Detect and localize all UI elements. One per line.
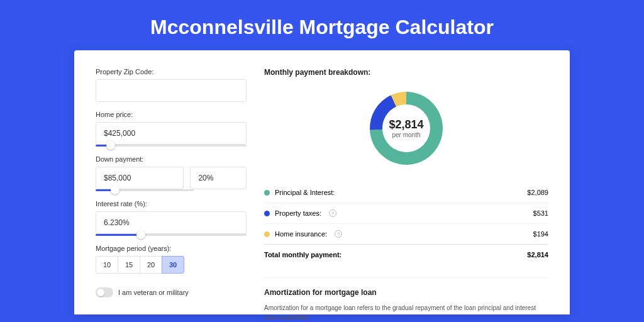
breakdown-label: Principal & Interest: <box>275 189 335 196</box>
home-price-label: Home price: <box>96 111 247 118</box>
home-price-slider[interactable] <box>96 145 247 147</box>
total-value: $2,814 <box>527 251 548 258</box>
total-label: Total monthly payment: <box>264 251 341 258</box>
slider-fill <box>96 234 141 236</box>
calculator-card: Property Zip Code: Home price: Down paym… <box>74 50 570 314</box>
total-row: Total monthly payment: $2,814 <box>264 244 548 265</box>
breakdown-label: Home insurance: <box>275 230 327 238</box>
zip-input[interactable] <box>96 79 247 102</box>
period-button-20[interactable]: 20 <box>140 256 162 274</box>
amortization-text: Amortization for a mortgage loan refers … <box>264 303 548 322</box>
period-button-10[interactable]: 10 <box>96 256 118 274</box>
breakdown-row: Home insurance:?$194 <box>264 223 548 244</box>
toggle-knob <box>97 289 104 296</box>
period-button-30[interactable]: 30 <box>162 256 184 274</box>
amortization-section: Amortization for mortgage loan Amortizat… <box>264 277 548 322</box>
info-icon[interactable]: ? <box>329 209 336 217</box>
legend-dot <box>264 211 270 216</box>
zip-label: Property Zip Code: <box>96 68 247 75</box>
legend-dot <box>264 231 270 237</box>
slider-thumb[interactable] <box>106 141 115 150</box>
breakdown-row: Property taxes:?$531 <box>264 203 548 223</box>
period-button-15[interactable]: 15 <box>118 256 140 274</box>
breakdown-row: Principal & Interest:$2,089 <box>264 182 548 203</box>
form-column: Property Zip Code: Home price: Down paym… <box>96 68 247 296</box>
interest-rate-input[interactable] <box>96 211 247 234</box>
breakdown-value: $2,089 <box>527 189 548 196</box>
amortization-header: Amortization for mortgage loan <box>264 288 548 297</box>
slider-thumb[interactable] <box>136 230 145 239</box>
down-payment-input[interactable] <box>96 167 184 189</box>
breakdown-header: Monthly payment breakdown: <box>264 68 548 77</box>
page-title: Mcconnelsville Mortgage Calculator <box>0 0 644 50</box>
down-payment-label: Down payment: <box>96 155 247 163</box>
breakdown-column: Monthly payment breakdown: $2,814 per mo… <box>264 68 548 296</box>
breakdown-value: $194 <box>533 230 548 238</box>
donut-amount: $2,814 <box>389 118 423 131</box>
breakdown-value: $531 <box>533 209 548 217</box>
payment-donut-chart: $2,814 per month <box>367 89 445 167</box>
info-icon[interactable]: ? <box>335 230 342 238</box>
home-price-input[interactable] <box>96 122 247 145</box>
veteran-toggle[interactable] <box>96 287 113 297</box>
down-payment-slider[interactable] <box>96 189 194 191</box>
breakdown-label: Property taxes: <box>275 209 321 217</box>
donut-sub: per month <box>392 131 420 138</box>
legend-dot <box>264 190 270 196</box>
period-button-group: 10152030 <box>96 256 247 274</box>
mortgage-period-label: Mortgage period (years): <box>96 245 247 252</box>
interest-rate-label: Interest rate (%): <box>96 200 247 208</box>
interest-rate-slider[interactable] <box>96 234 247 236</box>
down-payment-percent-input[interactable] <box>190 167 247 189</box>
slider-thumb[interactable] <box>111 186 119 194</box>
veteran-label: I am veteran or military <box>118 289 189 296</box>
